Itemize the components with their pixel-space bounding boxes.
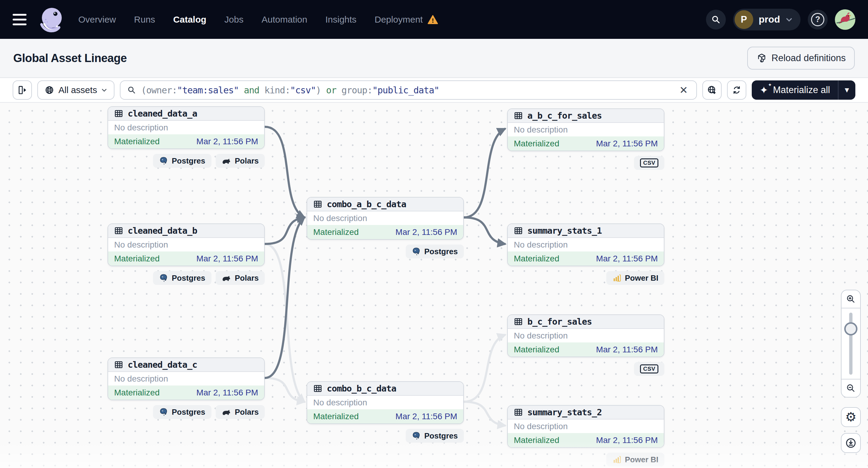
zoom-controls [841,290,861,398]
postgres-icon [159,156,168,165]
table-icon [114,109,123,118]
zoom-in-icon [846,294,856,304]
table-icon [313,200,322,209]
nav-item-overview[interactable]: Overview [78,14,116,25]
reload-definitions-button[interactable]: Reload definitions [747,47,855,69]
asset-node-description: No description [508,238,664,251]
nav-item-deployment[interactable]: Deployment [375,14,438,25]
lineage-edge-cleaned_data_a-to-combo_a_b_c_data [265,127,304,217]
dagster-logo[interactable] [37,4,66,35]
kind-tag-polars[interactable]: Polars [216,405,265,419]
clear-search-button[interactable]: ✕ [677,85,690,95]
asset-node-status-row: MaterializedMar 2, 11:56 PM [508,342,664,356]
materialization-timestamp: Mar 2, 11:56 PM [196,388,258,398]
panel-open-icon [17,85,27,95]
download-graph-button[interactable] [841,433,861,453]
zoom-in-button[interactable] [841,290,860,308]
zoom-out-button[interactable] [841,379,860,397]
postgres-icon [412,431,421,440]
asset-node-description: No description [108,121,264,134]
open-side-panel-button[interactable] [13,81,32,100]
asset-node-status-row: MaterializedMar 2, 11:56 PM [307,225,463,239]
deployment-switcher[interactable]: P prod [733,9,801,30]
help-button[interactable]: ? [808,10,828,30]
asset-node-cleaned_data_b[interactable]: cleaned_data_bNo descriptionMaterialized… [107,223,265,266]
refresh-graph-button[interactable] [727,81,746,100]
asset-node-status-row: MaterializedMar 2, 11:56 PM [508,136,664,151]
zoom-out-icon [846,383,856,393]
materialization-timestamp: Mar 2, 11:56 PM [596,435,658,445]
kind-tag-postgres[interactable]: Postgres [406,429,464,443]
materialization-timestamp: Mar 2, 11:56 PM [396,227,457,237]
nav-item-automation[interactable]: Automation [261,14,307,25]
asset-node-combo_a_b_c_data[interactable]: combo_a_b_c_dataNo descriptionMaterializ… [307,197,464,240]
polars-icon [222,408,231,416]
lineage-edge-combo_a_b_c_data-to-summary_stats_1 [464,217,505,244]
nav-item-catalog[interactable]: Catalog [173,14,206,25]
asset-node-cleaned_data_a[interactable]: cleaned_data_aNo descriptionMaterialized… [107,106,265,149]
nav-item-insights[interactable]: Insights [325,14,356,25]
table-icon [313,384,322,393]
nav-item-runs[interactable]: Runs [134,14,155,25]
materialization-timestamp: Mar 2, 11:56 PM [596,254,658,263]
asset-node-tags: csv [507,362,664,376]
global-search-button[interactable] [706,10,726,30]
user-avatar[interactable] [835,9,855,30]
asset-scope-dropdown[interactable]: All assets [37,81,115,100]
zoom-slider[interactable] [841,308,860,379]
asset-node-tags: Postgres [307,245,464,258]
lineage-edge-combo_b_c_data-to-summary_stats_2 [464,402,505,426]
kind-tag-polars[interactable]: Polars [216,271,265,285]
asset-node-combo_b_c_data[interactable]: combo_b_c_dataNo descriptionMaterialized… [307,381,464,424]
kind-tag-postgres[interactable]: Postgres [153,271,211,285]
nav-item-jobs[interactable]: Jobs [224,14,243,25]
materialize-all-button[interactable]: ✦ Materialize all [752,81,838,100]
polars-icon [222,157,231,165]
refresh-icon [732,85,742,95]
table-icon [114,360,123,369]
sparkle-icon: ✦ [760,85,768,95]
status-badge: Materialized [514,254,559,263]
csv-keycap-icon: csv [640,158,658,167]
kind-tag-power-bi[interactable]: Power BI [606,453,664,467]
asset-node-title: cleaned_data_c [108,358,264,372]
view-full-graph-button[interactable] [702,81,722,100]
kind-tag-postgres[interactable]: Postgres [406,245,464,258]
hamburger-menu-icon[interactable] [13,14,28,25]
csv-keycap-icon: csv [640,365,658,373]
table-icon [514,408,523,417]
kind-tag-postgres[interactable]: Postgres [153,154,211,168]
lineage-toolbar: All assets (owner:"team:sales" and kind:… [0,78,868,103]
zoom-slider-thumb[interactable] [844,322,858,336]
powerbi-icon [612,455,621,464]
postgres-icon [412,247,421,256]
asset-node-title: a_b_c_for_sales [508,109,664,123]
asset-node-status-row: MaterializedMar 2, 11:56 PM [508,251,664,266]
asset-node-b_c_for_sales[interactable]: b_c_for_salesNo descriptionMaterializedM… [507,314,664,357]
powerbi-icon [612,274,621,282]
chevron-down-icon [101,87,107,93]
search-icon [711,15,721,24]
kind-tag-csv[interactable]: csv [634,156,664,170]
graph-settings-button[interactable]: ⚙ [841,407,861,427]
asset-node-title: combo_b_c_data [307,382,463,396]
kind-tag-power-bi[interactable]: Power BI [606,271,664,285]
kind-tag-polars[interactable]: Polars [216,154,265,168]
reload-definitions-label: Reload definitions [772,53,846,64]
asset-node-summary_stats_1[interactable]: summary_stats_1No descriptionMaterialize… [507,223,664,266]
lineage-edge-combo_a_b_c_data-to-a_b_c_for_sales [464,129,505,217]
materialize-all-label: Materialize all [773,85,830,95]
table-icon [514,317,523,326]
lineage-canvas[interactable]: cleaned_data_aNo descriptionMaterialized… [0,103,868,468]
materialize-options-caret[interactable]: ▼ [838,81,855,100]
kind-tag-postgres[interactable]: Postgres [153,405,211,419]
status-badge: Materialized [514,435,559,445]
asset-node-a_b_c_for_sales[interactable]: a_b_c_for_salesNo descriptionMaterialize… [507,108,664,151]
asset-node-summary_stats_2[interactable]: summary_stats_2No descriptionMaterialize… [507,405,664,448]
navbar-right: P prod ? [706,9,855,30]
table-icon [514,111,523,120]
asset-search-input[interactable]: (owner:"team:sales" and kind:"csv") or g… [120,81,697,100]
asset-node-cleaned_data_c[interactable]: cleaned_data_cNo descriptionMaterialized… [107,357,265,400]
kind-tag-csv[interactable]: csv [634,362,664,376]
globe-icon [44,85,54,95]
